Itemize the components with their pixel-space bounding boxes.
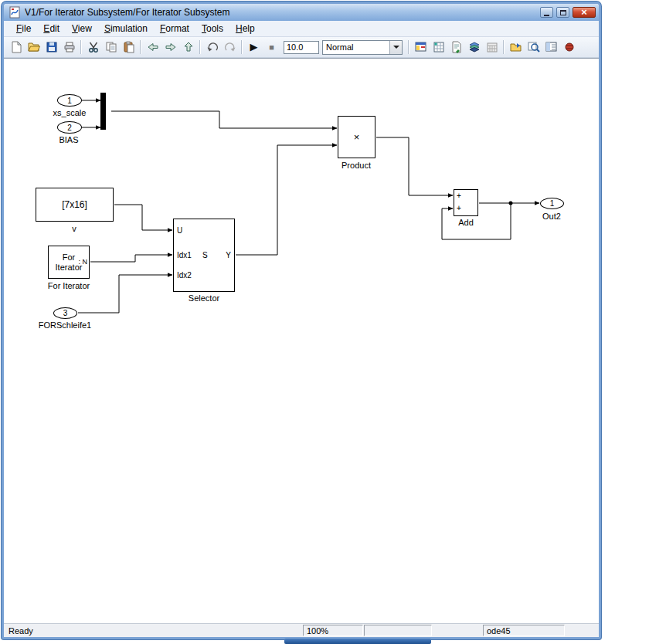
redo-button[interactable] — [221, 39, 239, 56]
desktop: V1/For Iterator Subsystem/For Iterator S… — [0, 0, 649, 644]
maximize-icon — [560, 10, 566, 15]
constant-v-block[interactable]: [7x16] — [36, 188, 114, 222]
branch-dot — [509, 202, 513, 205]
menu-format[interactable]: Format — [154, 22, 195, 36]
open-folder-icon — [28, 41, 40, 53]
start-simulation-button[interactable]: ▶ — [245, 39, 263, 56]
mux-block[interactable] — [100, 93, 106, 130]
find-button[interactable] — [525, 39, 542, 56]
library-browser-icon — [510, 41, 522, 53]
menu-edit[interactable]: Edit — [37, 22, 66, 36]
close-button[interactable]: × — [573, 7, 596, 18]
label-bias: BIAS — [38, 135, 100, 144]
taskbar-fragment — [284, 639, 431, 644]
forward-button[interactable] — [161, 39, 179, 56]
add-block[interactable]: + + — [454, 189, 478, 216]
minimize-button[interactable] — [540, 7, 553, 18]
toolbar-separator — [140, 40, 141, 54]
checklist-grid-icon — [433, 41, 445, 53]
copy-icon — [105, 41, 117, 53]
menu-file[interactable]: File — [10, 22, 37, 36]
window-title: V1/For Iterator Subsystem/For Iterator S… — [25, 7, 540, 18]
close-icon: × — [581, 8, 587, 17]
label-product: Product — [325, 161, 387, 170]
status-zoom: 100% — [303, 625, 363, 636]
library-button[interactable] — [465, 39, 483, 56]
wire-selector-to-product[interactable] — [236, 145, 337, 255]
for-iterator-block[interactable]: ForIterator : N — [48, 246, 90, 279]
paste-icon — [123, 41, 135, 53]
wire-foriterator-to-selector[interactable] — [90, 255, 172, 262]
model-canvas[interactable]: 1 2 [7x16] ForIterator : N 3 U Idx1 Idx2… — [4, 58, 599, 623]
status-solver: ode45 — [483, 625, 565, 636]
product-block[interactable]: × — [338, 116, 375, 158]
selector-port-y: Y — [226, 251, 231, 260]
menu-simulation[interactable]: Simulation — [98, 22, 154, 36]
redo-icon — [224, 41, 236, 53]
selector-port-u: U — [177, 226, 182, 236]
toolbar-separator — [408, 40, 409, 54]
model-explorer-button[interactable] — [412, 39, 430, 56]
selector-block[interactable]: U Idx1 Idx2 S Y — [173, 219, 235, 292]
wire-v-to-selector[interactable] — [114, 205, 172, 230]
status-empty-field — [364, 625, 432, 636]
iteration-range: : N — [78, 258, 87, 266]
calendar-grid-icon — [486, 41, 498, 53]
debug-button[interactable] — [560, 39, 578, 56]
report-button[interactable] — [447, 39, 465, 56]
print-icon — [63, 41, 76, 53]
cut-button[interactable] — [84, 39, 102, 56]
back-button[interactable] — [144, 39, 161, 56]
toolbar-separator — [199, 40, 201, 54]
inport3-block[interactable]: 3 — [53, 307, 77, 319]
maximize-button[interactable] — [556, 7, 569, 18]
open-button[interactable] — [25, 39, 42, 56]
dropdown-button[interactable] — [389, 41, 402, 54]
add-plus2: + — [457, 204, 461, 213]
menu-view[interactable]: View — [66, 22, 98, 36]
save-button[interactable] — [42, 39, 60, 56]
menu-help[interactable]: Help — [229, 22, 261, 36]
up-button[interactable] — [179, 39, 197, 56]
menu-tools[interactable]: Tools — [195, 22, 229, 36]
outport-block[interactable]: 1 — [540, 198, 564, 209]
library-browser-button[interactable] — [507, 39, 525, 56]
wire-product-to-add[interactable] — [376, 137, 453, 195]
model-icon — [8, 6, 21, 19]
label-add: Add — [435, 218, 497, 227]
undo-button[interactable] — [203, 39, 221, 56]
sim-time-input[interactable] — [284, 41, 319, 54]
scissors-icon — [87, 41, 100, 53]
statusbar: Ready 100% ode45 — [4, 623, 599, 637]
model-advisor-button[interactable] — [430, 39, 447, 56]
stop-icon: ■ — [269, 41, 274, 53]
titlebar[interactable]: V1/For Iterator Subsystem/For Iterator S… — [4, 4, 599, 21]
model-explorer-icon — [415, 41, 427, 53]
model-browser-button[interactable] — [542, 39, 560, 56]
back-arrow-icon — [147, 41, 159, 53]
play-icon: ▶ — [250, 41, 258, 53]
inport1-block[interactable]: 1 — [57, 94, 82, 107]
schedule-button[interactable] — [483, 39, 501, 56]
toolbar-separator — [241, 40, 243, 54]
up-arrow-icon — [182, 41, 195, 53]
paste-button[interactable] — [120, 39, 138, 56]
label-forschleife1: FORSchleife1 — [34, 320, 96, 330]
print-button[interactable] — [60, 39, 78, 56]
toolbar-separator — [503, 40, 505, 54]
copy-button[interactable] — [102, 39, 120, 56]
label-xs-scale: xs_scale — [39, 108, 100, 117]
toolbar-separator — [80, 40, 82, 54]
inport2-block[interactable]: 2 — [57, 121, 82, 134]
toolbar: ▶ ■ Normal — [4, 37, 599, 58]
stop-simulation-button[interactable]: ■ — [263, 39, 280, 56]
sim-mode-value: Normal — [323, 42, 389, 52]
sim-mode-select[interactable]: Normal — [322, 40, 403, 55]
save-icon — [46, 41, 58, 53]
new-button[interactable] — [7, 39, 25, 56]
simulink-window: V1/For Iterator Subsystem/For Iterator S… — [2, 2, 601, 639]
selector-icon: S — [202, 251, 208, 260]
wire-mux-to-product[interactable] — [111, 111, 337, 128]
debug-icon — [563, 41, 576, 53]
add-plus1: + — [457, 192, 461, 201]
